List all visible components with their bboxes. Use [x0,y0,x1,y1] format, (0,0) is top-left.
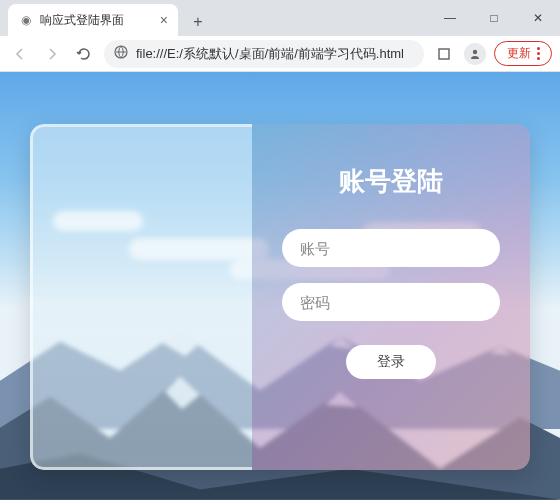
profile-icon[interactable] [464,43,486,65]
window-maximize-button[interactable]: □ [472,3,516,33]
reload-button[interactable] [72,42,96,66]
back-button[interactable] [8,42,32,66]
svg-rect-1 [439,49,449,59]
username-input[interactable] [282,229,501,267]
svg-point-2 [473,49,477,53]
browser-tab[interactable]: ◉ 响应式登陆界面 × [8,4,178,36]
password-input[interactable] [282,283,501,321]
globe-icon: ◉ [18,12,34,28]
browser-title-bar: ◉ 响应式登陆界面 × + — □ ✕ [0,0,560,36]
page-viewport: 账号登陆 登录 [0,72,560,500]
window-close-button[interactable]: ✕ [516,3,560,33]
login-card: 账号登陆 登录 [30,124,530,470]
site-info-icon[interactable] [114,45,128,62]
login-form: 账号登陆 登录 [252,124,531,470]
forward-button[interactable] [40,42,64,66]
close-icon[interactable]: × [160,12,168,28]
window-minimize-button[interactable]: — [428,3,472,33]
address-bar[interactable]: file:///E:/系统默认/桌面/前端/前端学习代码.html [104,40,424,68]
address-text: file:///E:/系统默认/桌面/前端/前端学习代码.html [136,45,414,63]
tab-title: 响应式登陆界面 [40,12,154,29]
login-card-visual [30,124,252,470]
login-button[interactable]: 登录 [346,345,436,379]
login-title: 账号登陆 [339,164,443,199]
update-button[interactable]: 更新 [494,41,552,66]
window-controls: — □ ✕ [428,0,560,36]
menu-icon [537,47,541,60]
new-tab-button[interactable]: + [184,8,212,36]
browser-toolbar: file:///E:/系统默认/桌面/前端/前端学习代码.html 更新 [0,36,560,72]
extensions-icon[interactable] [432,42,456,66]
update-label: 更新 [507,45,531,62]
